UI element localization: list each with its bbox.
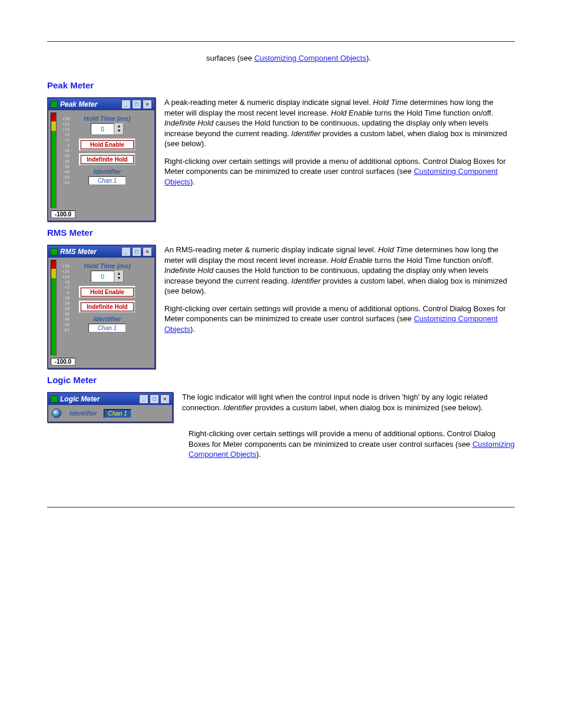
identifier-field[interactable]: Chan 1 xyxy=(88,324,126,332)
close-button[interactable]: × xyxy=(143,100,152,109)
minimize-button[interactable]: _ xyxy=(121,100,131,109)
hold-enable-button[interactable]: Hold Enable xyxy=(79,139,135,151)
app-icon xyxy=(51,101,58,108)
hold-enable-button[interactable]: Hold Enable xyxy=(79,286,135,298)
logic-title: Logic Meter xyxy=(60,395,100,403)
minimize-button[interactable]: _ xyxy=(139,394,148,404)
close-button[interactable]: × xyxy=(143,247,152,256)
identifier-field[interactable]: Chan 1 xyxy=(104,409,131,418)
identifier-label: Identifier xyxy=(79,315,135,322)
hold-time-spinner[interactable]: ▲▼ xyxy=(79,123,135,135)
hold-time-input[interactable] xyxy=(91,123,114,135)
app-icon xyxy=(51,248,58,255)
maximize-button[interactable]: □ xyxy=(132,100,141,109)
hold-time-label: Hold Time (ms) xyxy=(79,115,135,122)
peak-titlebar[interactable]: Peak Meter _ □ × xyxy=(48,98,154,110)
hold-time-label: Hold Time (ms) xyxy=(79,262,135,269)
maximize-button[interactable]: □ xyxy=(132,247,141,256)
intro-link[interactable]: Customizing Component Objects xyxy=(254,54,366,62)
logic-desc-2: Right-clicking over certain settings wil… xyxy=(189,429,515,460)
identifier-label: Identifier xyxy=(79,168,135,175)
peak-readout: -100.0 xyxy=(51,210,75,218)
peak-scale: +36 +24 +14 +8 +2 -4 -10 -20 -28 -36 -48… xyxy=(58,117,70,204)
spinner-arrows[interactable]: ▲▼ xyxy=(114,271,124,282)
close-button[interactable]: × xyxy=(160,394,170,404)
logic-titlebar[interactable]: Logic Meter _ □ × xyxy=(48,393,172,405)
indefinite-hold-button[interactable]: Indefinite Hold xyxy=(79,153,135,166)
logic-heading: Logic Meter xyxy=(47,375,515,385)
peak-title: Peak Meter xyxy=(60,100,97,108)
indefinite-hold-button[interactable]: Indefinite Hold xyxy=(79,301,135,313)
maximize-button[interactable]: □ xyxy=(150,394,159,404)
page-top-rule xyxy=(47,41,515,42)
intro-fragment: surfaces (see Customizing Component Obje… xyxy=(206,54,515,62)
identifier-field[interactable]: Chan 1 xyxy=(88,176,126,185)
rms-scale: +36 +24 +14 +8 +2 -4 -10 -20 -28 -36 -48… xyxy=(58,264,70,351)
peak-dialog: Peak Meter _ □ × +36 +24 +14 +8 +2 -4 -1… xyxy=(47,97,156,222)
rms-section: RMS Meter _ □ × +36 +24 +14 +8 +2 -4 -10… xyxy=(47,245,515,334)
identifier-label: Identifier xyxy=(70,410,97,417)
hold-time-spinner[interactable]: ▲▼ xyxy=(79,271,135,282)
rms-readout: -100.0 xyxy=(51,358,75,365)
rms-heading: RMS Meter xyxy=(47,228,515,238)
rms-dialog: RMS Meter _ □ × +36 +24 +14 +8 +2 -4 -10… xyxy=(47,245,156,369)
minimize-button[interactable]: _ xyxy=(121,247,131,256)
spinner-arrows[interactable]: ▲▼ xyxy=(114,123,124,135)
peak-heading: Peak Meter xyxy=(47,80,515,90)
rms-meter-bar xyxy=(51,260,57,355)
rms-titlebar[interactable]: RMS Meter _ □ × xyxy=(48,246,154,258)
intro-text: surfaces (see xyxy=(206,54,254,62)
app-icon xyxy=(51,396,58,403)
logic-section: Logic Meter _ □ × Identifier Chan 1 The … xyxy=(47,392,515,460)
rms-title: RMS Meter xyxy=(60,248,97,256)
page-bottom-rule xyxy=(47,507,515,508)
intro-close: ). xyxy=(366,54,371,62)
hold-time-input[interactable] xyxy=(91,271,114,282)
peak-meter-bar xyxy=(51,113,57,208)
logic-dialog: Logic Meter _ □ × Identifier Chan 1 xyxy=(47,392,173,423)
peak-section: Peak Meter _ □ × +36 +24 +14 +8 +2 -4 -1… xyxy=(47,97,515,187)
logic-led-icon xyxy=(52,409,61,418)
